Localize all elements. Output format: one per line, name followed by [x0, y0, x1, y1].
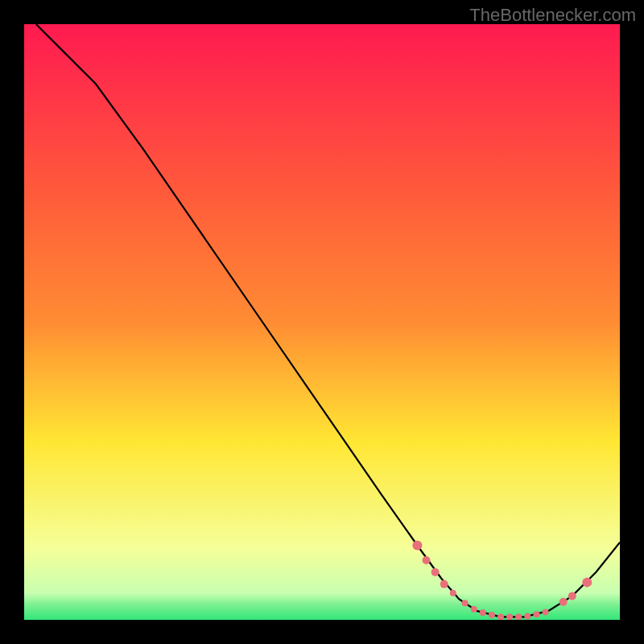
data-marker [559, 598, 568, 606]
plot-area [24, 24, 620, 620]
data-marker [471, 606, 477, 613]
data-marker [515, 613, 522, 620]
data-marker [543, 609, 549, 615]
data-marker [489, 612, 495, 618]
data-marker [450, 590, 456, 597]
gradient-background [24, 24, 620, 620]
data-marker [582, 577, 592, 587]
data-marker [412, 541, 422, 551]
data-marker [480, 609, 486, 616]
chart-svg [24, 24, 620, 620]
data-marker [423, 556, 431, 564]
chart-container: TheBottlenecker.com [0, 0, 644, 644]
data-marker [506, 613, 513, 620]
data-marker [533, 611, 539, 617]
data-marker [524, 613, 530, 620]
data-marker [440, 580, 448, 588]
data-marker [568, 592, 576, 600]
data-marker [462, 600, 469, 606]
watermark-text: TheBottlenecker.com [469, 5, 636, 26]
data-marker [497, 613, 504, 620]
data-marker [431, 568, 440, 576]
